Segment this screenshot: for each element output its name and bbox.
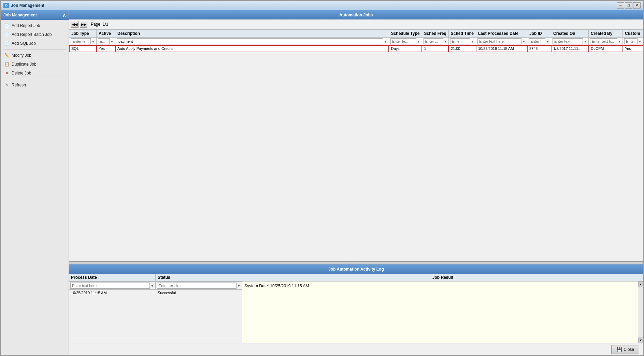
- sidebar-collapse-button[interactable]: ∧: [62, 12, 66, 18]
- col-header-job-type: Job Type: [69, 30, 97, 38]
- filter-input-created-by[interactable]: [590, 38, 617, 44]
- close-window-button[interactable]: ✕: [633, 2, 641, 9]
- table-cell: SQL: [69, 45, 97, 52]
- log-filter-cell-process-date: ▼: [69, 282, 156, 289]
- col-header-last-proc: Last Processed Date: [476, 30, 527, 38]
- table-cell: Days: [389, 45, 422, 52]
- col-header-created-by: Created By: [589, 30, 623, 38]
- filter-row: ▼ ▼: [69, 38, 643, 45]
- sidebar-item-refresh[interactable]: ↻ Refresh: [1, 81, 69, 90]
- modify-job-icon: ✏️: [4, 53, 10, 58]
- filter-icon-sched-time[interactable]: ▼: [471, 40, 474, 43]
- filter-input-sched-time[interactable]: [450, 38, 470, 44]
- maximize-button[interactable]: □: [625, 2, 632, 9]
- window-title: Job Management: [11, 3, 44, 8]
- filter-icon-custom[interactable]: ▼: [638, 40, 642, 43]
- filter-input-last-proc[interactable]: [477, 38, 521, 44]
- filter-cell-last-proc: ▼: [476, 38, 527, 45]
- filter-icon-sched-freq[interactable]: ▼: [444, 40, 447, 43]
- job-result-header: Job Result: [242, 274, 643, 282]
- filter-icon-created-by[interactable]: ▼: [618, 40, 621, 43]
- col-header-sched-freq: Sched Freq: [422, 30, 448, 38]
- filter-cell-created-by: ▼: [589, 38, 623, 45]
- filter-icon-job-id[interactable]: ▼: [546, 40, 549, 43]
- log-row[interactable]: 10/25/2019 11:15 AMSuccessful: [69, 290, 242, 296]
- delete-job-icon: ✕: [4, 70, 10, 76]
- log-header-process-date: Process Date: [69, 274, 156, 282]
- filter-input-description[interactable]: [117, 38, 383, 44]
- scroll-down-arrow[interactable]: ▼: [638, 338, 644, 343]
- log-filter-cell-status: ▼: [156, 282, 242, 289]
- scroll-up-arrow[interactable]: ▲: [638, 282, 644, 287]
- sidebar-item-add-report-job[interactable]: 📄 Add Report Job: [1, 21, 69, 30]
- add-report-job-label: Add Report Job: [12, 23, 40, 28]
- resize-handle[interactable]: · · · · · · · · · ·: [69, 262, 643, 264]
- filter-icon-job-type[interactable]: ▼: [91, 40, 95, 43]
- jobs-table: Job Type Active Description Schedule Typ…: [69, 29, 643, 52]
- log-filter-icon-process-date[interactable]: ▼: [151, 284, 154, 288]
- sidebar-item-duplicate-job[interactable]: 📋 Duplicate Job: [1, 60, 69, 69]
- filter-cell-sched-type: ▼: [389, 38, 422, 45]
- activity-log-title: Job Automation Activity Log: [328, 267, 384, 272]
- filter-input-active[interactable]: [98, 38, 110, 44]
- sidebar-item-modify-job[interactable]: ✏️ Modify Job: [1, 51, 69, 60]
- filter-cell-sched-time: ▼: [448, 38, 476, 45]
- minimize-button[interactable]: ─: [617, 2, 624, 9]
- sidebar-header: Job Management ∧: [1, 10, 69, 20]
- col-header-custom: Custom: [623, 30, 643, 38]
- filter-input-custom[interactable]: [624, 38, 638, 44]
- col-header-job-id: Job ID: [527, 30, 551, 38]
- filter-icon-description[interactable]: ▼: [384, 40, 387, 43]
- filter-cell-sched-freq: ▼: [422, 38, 448, 45]
- modify-job-label: Modify Job: [12, 53, 31, 58]
- filter-input-job-type[interactable]: [71, 38, 91, 44]
- sidebar-item-delete-job[interactable]: ✕ Delete Job: [1, 69, 69, 78]
- job-result-text-area: System Date: 10/25/2019 11:15 AM: [242, 282, 638, 343]
- add-report-batch-job-icon: 📄: [4, 32, 10, 37]
- log-filter-icon-status[interactable]: ▼: [237, 284, 241, 288]
- duplicate-job-label: Duplicate Job: [12, 62, 37, 67]
- log-cell-status: Successful: [156, 290, 242, 296]
- job-result-text: System Date: 10/25/2019 11:15 AM: [244, 284, 309, 288]
- log-filter-row: ▼ ▼: [69, 282, 242, 290]
- table-row[interactable]: SQLYesAuto Apply Payments and CreditsDay…: [69, 45, 643, 52]
- page-info: Page: 1/1: [91, 22, 108, 27]
- close-button[interactable]: 💾 Close: [611, 345, 639, 354]
- table-cell: 8743: [527, 45, 551, 52]
- window-controls: ─ □ ✕: [617, 2, 641, 9]
- filter-icon-last-proc[interactable]: ▼: [522, 40, 526, 43]
- filter-cell-description: ▼: [115, 38, 389, 45]
- prev-page-button[interactable]: ◀◀: [71, 21, 78, 28]
- footer: 💾 Close: [69, 343, 643, 355]
- log-filter-input-status[interactable]: [157, 283, 237, 289]
- col-header-sched-time: Sched Time: [448, 30, 476, 38]
- filter-input-sched-freq[interactable]: [424, 38, 443, 44]
- log-filter-input-process-date[interactable]: [70, 283, 150, 289]
- filter-input-sched-type[interactable]: [390, 38, 416, 44]
- filter-input-created-on[interactable]: [553, 38, 583, 44]
- sidebar-separator-2: [3, 79, 66, 79]
- main-content: Job Management ∧ 📄 Add Report Job 📄 Add …: [1, 10, 643, 355]
- title-bar-left: ⚙ Job Management: [3, 3, 44, 8]
- log-header-status: Status: [156, 274, 242, 282]
- sidebar-title: Job Management: [3, 13, 37, 17]
- delete-job-label: Delete Job: [12, 71, 31, 76]
- next-page-button[interactable]: ▶▶: [80, 21, 87, 28]
- log-left-panel: Process Date Status ▼: [69, 274, 242, 343]
- close-button-icon: 💾: [616, 347, 622, 352]
- filter-icon-active[interactable]: ▼: [110, 40, 114, 43]
- title-bar: ⚙ Job Management ─ □ ✕: [1, 1, 643, 10]
- filter-input-job-id[interactable]: [529, 38, 545, 44]
- col-header-active: Active: [97, 30, 115, 38]
- table-cell: Auto Apply Payments and Credits: [115, 45, 389, 52]
- filter-icon-created-on[interactable]: ▼: [584, 40, 587, 43]
- filter-icon-sched-type[interactable]: ▼: [417, 40, 420, 43]
- job-result-scrollbar[interactable]: ▲ ▼: [638, 282, 643, 343]
- table-cell: Yes: [97, 45, 115, 52]
- sidebar-item-add-sql-job[interactable]: 📄 Add SQL Job: [1, 39, 69, 48]
- col-header-created-on: Created On: [551, 30, 589, 38]
- filter-cell-custom: ▼: [623, 38, 643, 45]
- col-header-description: Description: [115, 30, 389, 38]
- sidebar-item-add-report-batch-job[interactable]: 📄 Add Report Batch Job: [1, 30, 69, 39]
- log-column-headers: Process Date Status: [69, 274, 242, 282]
